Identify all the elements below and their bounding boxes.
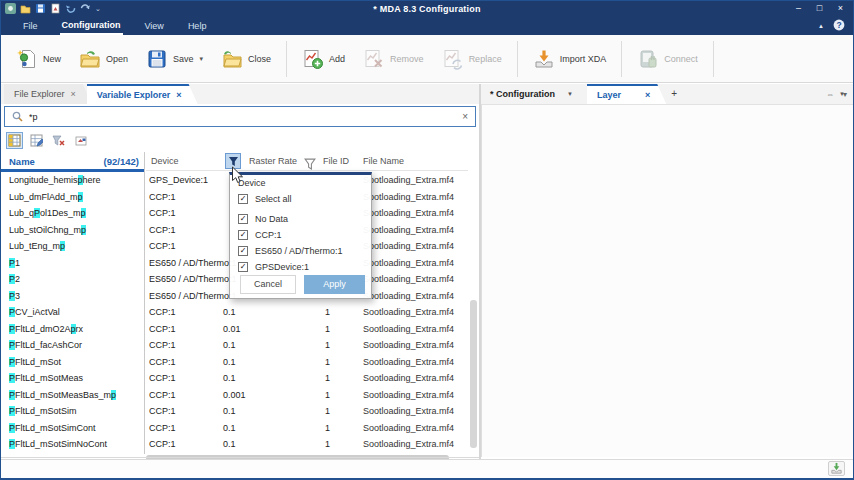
cell-name: PFltLd_mSotSim [9, 403, 77, 420]
column-header-file-id[interactable]: File ID [323, 152, 349, 171]
ccp-1-checkbox[interactable]: ✓ [238, 230, 248, 240]
close-layer-tab-icon[interactable]: × [645, 86, 650, 104]
maximize-button[interactable]: □ [809, 1, 830, 16]
menu-view[interactable]: View [143, 17, 166, 35]
minimize-button[interactable]: – [788, 1, 809, 16]
cell-device: GPS_Device:1 [149, 172, 208, 189]
cell-raster-rate: 0.1 [223, 420, 236, 437]
clear-search-icon[interactable]: × [462, 112, 468, 122]
cell-name: Lub_tEng_mp [9, 238, 65, 255]
column-header-file-name[interactable]: File Name [363, 152, 404, 171]
cell-device: ES650 / AD/Thermo:1 [149, 255, 237, 272]
raster-rate-filter-icon[interactable] [304, 156, 316, 168]
header-underline [146, 170, 468, 171]
ribbon-separator [713, 41, 714, 77]
cell-device: CCP:1 [149, 337, 176, 354]
menu-configuration[interactable]: Configuration [60, 17, 123, 35]
table-row[interactable]: PFltLd_dmO2AprxCCP:10.011Sootloading_Ext… [1, 321, 467, 338]
save-button[interactable]: Save▾ [146, 41, 203, 77]
grid-edit-icon[interactable] [28, 132, 45, 149]
remove-button: Remove [363, 41, 424, 77]
close-button[interactable]: × [830, 1, 851, 16]
filter-option-ccp-1[interactable]: ✓CCP:1 [238, 228, 282, 241]
configuration-tab-label: * Configuration [490, 84, 555, 104]
cell-device: CCP:1 [149, 321, 176, 338]
close-variable-explorer-icon[interactable]: × [176, 86, 181, 104]
import-xda-label: Import XDA [560, 54, 607, 64]
table-row[interactable]: PFltLd_mSotSimNoContCCP:10.11Sootloading… [1, 436, 467, 453]
cell-name: Lub_stOilChng_mp [9, 222, 86, 239]
table-row[interactable]: PFltLd_mSotCCP:10.11Sootloading_Extra.mf… [1, 354, 467, 371]
filter-option-gpsdevice-1[interactable]: ✓GPSDevice:1 [238, 260, 309, 273]
cell-file-name: Sootloading_Extra.mf4 [363, 387, 454, 404]
tab-layer[interactable]: Layer × [587, 84, 666, 104]
cell-file-name: Sootloading_Extra.mf4 [363, 304, 454, 321]
cell-file-id: 1 [325, 436, 330, 453]
help-icon[interactable]: ? [833, 17, 845, 35]
filter-option-es650-ad-thermo-1[interactable]: ✓ES650 / AD/Thermo:1 [238, 244, 343, 257]
save-floppy-icon [146, 48, 168, 70]
apply-button[interactable]: Apply [304, 275, 365, 294]
options-icon[interactable] [72, 132, 89, 149]
new-label: New [43, 54, 61, 64]
grid-view-icon[interactable] [6, 132, 23, 149]
table-row[interactable]: PFltLd_mSotSimCCP:10.11Sootloading_Extra… [1, 403, 467, 420]
new-button[interactable]: New [16, 41, 61, 77]
cell-device: ES650 / AD/Thermo:1 [149, 288, 237, 305]
save-dropdown-icon[interactable]: ▾ [200, 55, 204, 63]
table-row[interactable]: PFltLd_mSotMeasBas_mpCCP:10.0011Sootload… [1, 387, 467, 404]
vertical-scrollbar[interactable] [470, 300, 477, 448]
gpsdevice-1-checkbox[interactable]: ✓ [238, 262, 248, 272]
cell-file-id: 1 [325, 370, 330, 387]
table-row[interactable]: PFltLd_mSotMeasCCP:10.11Sootloading_Extr… [1, 370, 467, 387]
close-folder-icon [221, 48, 243, 70]
column-header-raster-rate[interactable]: Raster Rate [249, 152, 297, 171]
dock-icon[interactable]: ⇔ [826, 90, 834, 99]
search-icon [12, 108, 23, 126]
table-row[interactable]: PFltLd_facAshCorCCP:10.11Sootloading_Ext… [1, 337, 467, 354]
cell-file-name: Sootloading_Extra.mf4 [363, 255, 454, 272]
search-input[interactable] [29, 112, 456, 122]
configuration-dropdown-icon[interactable]: ▼ [567, 84, 573, 104]
filter-option-select-all[interactable]: ✓ Select all [238, 192, 292, 205]
close-file-explorer-icon[interactable]: × [71, 84, 76, 104]
filter-option-no-data[interactable]: ✓No Data [238, 212, 288, 225]
cell-file-name: Sootloading_Extra.mf4 [363, 189, 454, 206]
remove-signal-icon [363, 48, 385, 70]
cell-name: Longitude_hemisphere [9, 172, 101, 189]
cell-file-id: 1 [325, 321, 330, 338]
collapse-ribbon-icon[interactable]: ▲ [818, 23, 824, 29]
open-button[interactable]: Open [79, 41, 128, 77]
tab-file-explorer[interactable]: File Explorer× [4, 84, 92, 104]
select-all-checkbox[interactable]: ✓ [238, 194, 248, 204]
menu-help[interactable]: Help [186, 17, 209, 35]
connect-status-icon[interactable] [828, 461, 845, 476]
cell-raster-rate: 0.1 [223, 370, 236, 387]
cell-name: PFltLd_mSotSimCont [9, 420, 96, 437]
table-row[interactable]: PFltLd_mSotSimContCCP:10.11Sootloading_E… [1, 420, 467, 437]
cell-raster-rate: 0.01 [223, 321, 241, 338]
add-button[interactable]: Add [302, 41, 345, 77]
es650-ad-thermo-1-checkbox[interactable]: ✓ [238, 246, 248, 256]
cell-device: CCP:1 [149, 420, 176, 437]
cell-device: CCP:1 [149, 304, 176, 321]
right-panel-tabs: * Configuration ▼ Layer × + [482, 84, 687, 104]
tab-variable-explorer[interactable]: Variable Explorer× [87, 84, 198, 104]
cell-file-name: Sootloading_Extra.mf4 [363, 321, 454, 338]
column-header-device[interactable]: Device [151, 152, 179, 171]
table-row[interactable]: PCV_iActValCCP:10.11Sootloading_Extra.mf… [1, 304, 467, 321]
cell-device: CCP:1 [149, 387, 176, 404]
no-data-checkbox[interactable]: ✓ [238, 214, 248, 224]
cell-file-name: Sootloading_Extra.mf4 [363, 222, 454, 239]
cell-file-name: Sootloading_Extra.mf4 [363, 403, 454, 420]
cell-file-name: Sootloading_Extra.mf4 [363, 337, 454, 354]
add-layer-button[interactable]: + [661, 84, 687, 104]
configuration-tab[interactable]: * Configuration ▼ [482, 84, 581, 104]
menu-file[interactable]: File [21, 17, 40, 35]
cancel-button[interactable]: Cancel [240, 275, 296, 294]
clear-filter-icon[interactable] [50, 132, 67, 149]
close-button[interactable]: Close [221, 41, 271, 77]
ribbon-separator [286, 41, 287, 77]
panel-dropdown-icon[interactable]: ▼ [839, 84, 845, 104]
import-xda-button[interactable]: Import XDA [533, 41, 607, 77]
